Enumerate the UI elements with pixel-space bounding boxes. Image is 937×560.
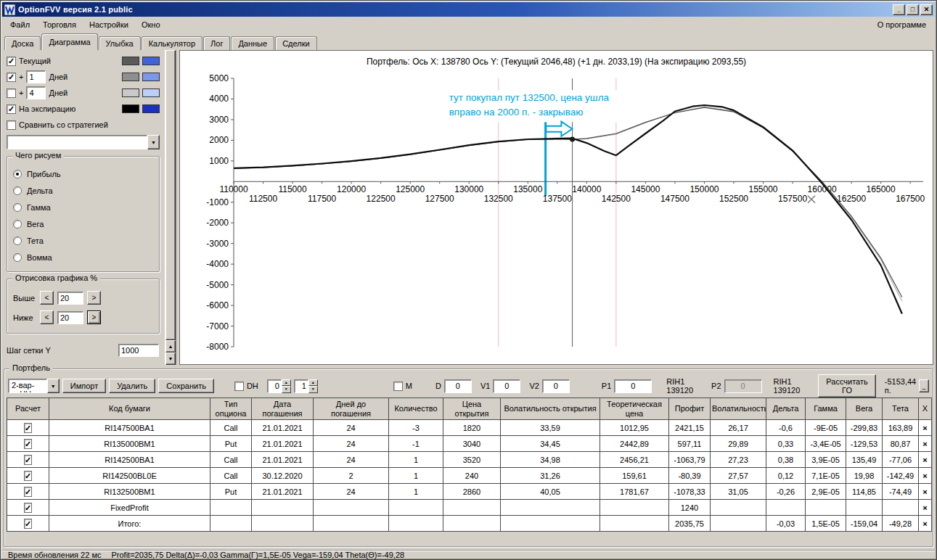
strategy-combo[interactable]: ▼	[7, 135, 160, 149]
cell-gamma[interactable]	[806, 500, 846, 516]
cell-vega[interactable]: 114,85	[846, 484, 883, 500]
cell-theta[interactable]: -49,28	[883, 516, 919, 532]
minimize-button[interactable]: _	[893, 4, 905, 15]
portfolio-preset-combo[interactable]: 2-вар-т_НН ▼	[8, 379, 60, 393]
cell-profit[interactable]: -80,39	[669, 468, 711, 484]
cell-gamma[interactable]: -9E-05	[806, 420, 846, 436]
column-header[interactable]: Профит	[669, 398, 711, 420]
cell-gamma[interactable]: 1,5E-05	[806, 516, 846, 532]
cell-type[interactable]	[210, 500, 252, 516]
menu-window[interactable]: Окно	[135, 18, 167, 31]
cell-price[interactable]: 3520	[443, 452, 501, 468]
cell-theo[interactable]: 2456,21	[600, 452, 669, 468]
column-header[interactable]: Волатильность открытия	[501, 398, 600, 420]
radio-button[interactable]	[13, 253, 22, 262]
plus4-checkbox[interactable]	[7, 88, 16, 98]
column-header[interactable]: Дата погашения	[252, 398, 314, 420]
draw-option-row[interactable]: Гамма	[13, 199, 153, 215]
cell-type[interactable]	[210, 516, 252, 532]
import-button[interactable]: Импорт	[62, 379, 106, 393]
calc-cell[interactable]: ✓	[7, 452, 49, 468]
line-color-swatch[interactable]	[122, 57, 139, 65]
column-header[interactable]: Тета	[883, 398, 919, 420]
cell-profit[interactable]: 2035,75	[669, 516, 711, 532]
cell-vol[interactable]	[711, 500, 766, 516]
cell-theo[interactable]	[600, 516, 669, 532]
cell-date[interactable]: 21.01.2021	[252, 436, 314, 452]
cell-type[interactable]: Call	[210, 468, 252, 484]
cell-theta[interactable]: 80,87	[883, 436, 919, 452]
cell-delta[interactable]: 0,12	[766, 468, 806, 484]
cell-days[interactable]: 24	[314, 420, 389, 436]
tab-doska[interactable]: Доска	[4, 36, 41, 50]
calc-cell[interactable]: ✓	[7, 500, 49, 516]
cell-profit[interactable]: -1078,33	[669, 484, 711, 500]
cell-days[interactable]: 24	[314, 484, 389, 500]
radio-button[interactable]	[13, 220, 22, 228]
cell-vega[interactable]	[846, 500, 883, 516]
cell-date[interactable]	[252, 516, 314, 532]
cell-gamma[interactable]: 7,1E-05	[806, 468, 846, 484]
settings-scrollbar[interactable]: ▲ ▼	[165, 50, 176, 365]
cell-code[interactable]: Итого:	[49, 516, 210, 532]
chevron-down-icon[interactable]: ▼	[47, 379, 60, 393]
cell-code[interactable]: RI135000BM1	[49, 436, 210, 452]
cell-gamma[interactable]: -3,4E-05	[806, 436, 846, 452]
column-header[interactable]: Расчет	[7, 398, 49, 420]
fill-color-swatch[interactable]	[142, 104, 160, 113]
portfolio-row[interactable]: ✓RI147500BA1Call21.01.202124-3182033,591…	[7, 420, 932, 436]
column-header[interactable]: Дней до погашения	[314, 398, 389, 420]
line-color-swatch[interactable]	[122, 73, 139, 81]
draw-option-row[interactable]: Дельта	[13, 182, 153, 199]
cell-price[interactable]: 3040	[443, 436, 501, 452]
spin-up-icon[interactable]: ▲	[282, 379, 291, 387]
cell-theta[interactable]	[883, 500, 919, 516]
cell-theo[interactable]	[600, 500, 669, 516]
cell-vol_open[interactable]: 40,05	[501, 484, 600, 500]
plus1-checkbox[interactable]: ✓	[7, 73, 16, 82]
cell-price[interactable]	[443, 500, 501, 516]
cell-days[interactable]	[314, 500, 389, 516]
delete-row-button[interactable]: ×	[919, 452, 932, 468]
maximize-button[interactable]: □	[907, 4, 919, 15]
collapse-panel-button[interactable]: _	[919, 379, 929, 392]
cell-qty[interactable]: 1	[389, 468, 443, 484]
row-calc-checkbox[interactable]: ✓	[24, 439, 32, 449]
radio-button[interactable]	[13, 186, 22, 195]
increase-below-button[interactable]: >	[87, 310, 101, 324]
calc-cell[interactable]: ✓	[7, 516, 49, 532]
cell-delta[interactable]: 0,38	[766, 452, 806, 468]
cell-theo[interactable]: 1012,95	[600, 420, 669, 436]
cell-theta[interactable]: -74,49	[883, 484, 919, 500]
cell-code[interactable]: RI142500BL0E	[49, 468, 210, 484]
tab-diagramma[interactable]: Диаграмма	[41, 33, 97, 50]
above-percent-input[interactable]	[57, 292, 83, 305]
increase-above-button[interactable]: >	[87, 291, 101, 305]
dh-spinner-a[interactable]: ▲ ▼	[267, 379, 291, 393]
cell-delta[interactable]: -0,6	[766, 420, 806, 436]
tab-sdelki[interactable]: Сделки	[275, 36, 317, 50]
menu-trading[interactable]: Торговля	[36, 18, 83, 31]
cell-type[interactable]: Put	[210, 436, 252, 452]
portfolio-row[interactable]: ✓RI132500BM1Put21.01.2021241286040,05178…	[7, 484, 932, 500]
cell-theta[interactable]: -142,49	[883, 468, 919, 484]
scroll-down-button[interactable]: ▼	[165, 353, 176, 365]
line-color-swatch[interactable]	[122, 88, 139, 97]
tab-kalkulyator[interactable]: Калькулятор	[142, 36, 202, 50]
scroll-up-button[interactable]: ▲	[165, 340, 176, 353]
calc-margin-button[interactable]: Рассчитать ГО	[818, 374, 875, 398]
cell-days[interactable]: 24	[314, 436, 389, 452]
cell-code[interactable]: FixedProfit	[49, 500, 210, 516]
delete-row-button[interactable]: ×	[919, 484, 932, 500]
column-header[interactable]: Цена открытия	[443, 398, 501, 420]
portfolio-row[interactable]: ✓RI142500BA1Call21.01.2021241352034,9824…	[7, 452, 932, 468]
cell-price[interactable]	[443, 516, 501, 532]
cell-theta[interactable]: -77,06	[883, 452, 919, 468]
plus1-days-input[interactable]	[26, 70, 46, 83]
m-checkbox[interactable]	[393, 382, 403, 391]
row-calc-checkbox[interactable]: ✓	[24, 503, 32, 513]
delete-button[interactable]: Удалить	[109, 379, 155, 393]
d-input[interactable]	[444, 379, 472, 393]
dh-spinner-b[interactable]: ▲ ▼	[294, 379, 318, 393]
cell-qty[interactable]: 1	[389, 452, 443, 468]
